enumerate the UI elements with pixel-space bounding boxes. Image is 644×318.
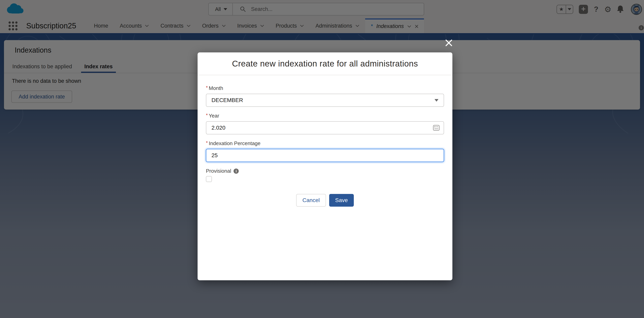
year-label: * Year xyxy=(206,113,444,119)
month-select[interactable]: DECEMBER xyxy=(206,94,444,107)
month-value: DECEMBER xyxy=(212,97,243,103)
month-label: * Month xyxy=(206,85,444,91)
indexation-percentage-field-group: * Indexation Percentage xyxy=(206,140,444,162)
close-icon xyxy=(445,39,453,47)
create-indexation-rate-modal: Create new indexation rate for all admin… xyxy=(198,52,452,280)
required-marker: * xyxy=(206,85,208,90)
modal-close-button[interactable] xyxy=(445,39,453,48)
provisional-checkbox[interactable] xyxy=(206,176,212,182)
required-marker: * xyxy=(206,113,208,118)
info-icon[interactable]: i xyxy=(234,168,239,174)
indexation-percentage-label: * Indexation Percentage xyxy=(206,140,444,147)
cancel-button[interactable]: Cancel xyxy=(296,194,326,207)
modal-title: Create new indexation rate for all admin… xyxy=(232,59,418,68)
picklist-type-icon xyxy=(433,125,440,131)
provisional-label: Provisional xyxy=(206,168,231,174)
year-input[interactable] xyxy=(206,121,444,134)
year-field-group: * Year xyxy=(206,113,444,134)
indexation-percentage-input[interactable] xyxy=(206,149,444,162)
chevron-down-icon xyxy=(434,99,438,102)
save-button[interactable]: Save xyxy=(329,194,354,207)
modal-header: Create new indexation rate for all admin… xyxy=(198,52,452,75)
provisional-field-group: Provisional i xyxy=(206,168,444,183)
month-field-group: * Month DECEMBER xyxy=(206,85,444,107)
screen: All ★ + ? ⚙ xyxy=(0,0,644,318)
required-marker: * xyxy=(206,140,208,146)
